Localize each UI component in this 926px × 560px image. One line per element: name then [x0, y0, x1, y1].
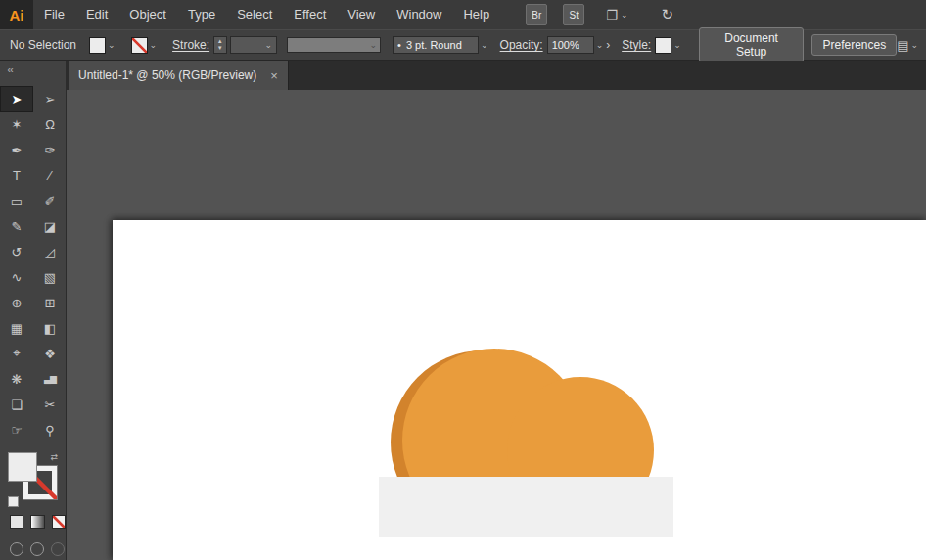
stepper-up-icon: ▲ — [217, 38, 223, 45]
fill-swatch-icon — [89, 37, 106, 54]
stroke-weight-dropdown[interactable]: ⌄ — [230, 36, 277, 54]
default-fill-stroke-icon[interactable] — [8, 496, 19, 507]
stroke-color-dropdown[interactable]: ⌄ — [131, 37, 158, 54]
zoom-tool-icon[interactable]: ⚲ — [33, 417, 67, 443]
selection-tool-icon[interactable]: ➤ — [0, 86, 33, 112]
slice-tool-icon[interactable]: ✂ — [33, 392, 67, 417]
opacity-dropdown[interactable]: 100% ⌄ — [547, 36, 604, 54]
chevron-down-icon: ⌄ — [370, 41, 378, 50]
control-panel-menu[interactable]: ▤ ⌄ — [897, 38, 918, 53]
scale-tool-icon[interactable]: ◿ — [33, 239, 67, 264]
pasteboard[interactable] — [67, 90, 926, 560]
document-tab-strip: Untitled-1* @ 50% (RGB/Preview) × — [67, 61, 926, 90]
artboard[interactable] — [113, 220, 926, 560]
menu-effect[interactable]: Effect — [283, 0, 337, 29]
preferences-button[interactable]: Preferences — [811, 34, 897, 56]
pen-tool-icon[interactable]: ✒ — [0, 137, 33, 163]
stroke-panel-link[interactable]: Stroke: — [172, 38, 209, 52]
paint-style-buttons — [10, 515, 66, 529]
menu-select[interactable]: Select — [226, 0, 283, 29]
paintbrush-tool-icon[interactable]: ✐ — [33, 188, 67, 213]
stroke-none-swatch-icon — [131, 37, 148, 54]
bridge-button[interactable]: Br — [526, 4, 547, 25]
stock-button[interactable]: St — [563, 4, 584, 25]
direct-selection-tool-icon[interactable]: ➢ — [33, 86, 67, 112]
menu-object[interactable]: Object — [118, 0, 177, 29]
panel-stack-icon: ▤ — [897, 38, 908, 53]
artboard-tool-icon[interactable]: ❏ — [0, 392, 33, 417]
symbol-sprayer-tool-icon[interactable]: ❋ — [0, 366, 33, 392]
fill-color-well[interactable] — [8, 452, 37, 482]
color-button[interactable] — [10, 515, 23, 529]
hand-tool-icon[interactable]: ☞ — [0, 417, 33, 443]
stepper-down-icon: ▼ — [217, 45, 223, 52]
chevron-down-icon: ⌄ — [150, 41, 158, 50]
rectangle-tool-icon[interactable]: ▭ — [0, 188, 33, 213]
panel-launch-arrow-icon[interactable]: › — [606, 38, 610, 52]
tool-grid: ➤ ➢ ✶ Ω ✒ ✑ T ∕ ▭ ✐ ✎ ◪ ↺ ◿ ∿ ▧ ⊕ ⊞ ▦ ◧ … — [0, 86, 66, 443]
shape-builder-tool-icon[interactable]: ⊕ — [0, 290, 33, 315]
tools-panel: « ➤ ➢ ✶ Ω ✒ ✑ T ∕ ▭ ✐ ✎ ◪ ↺ ◿ ∿ ▧ ⊕ ⊞ ▦ … — [0, 61, 67, 560]
document-tab[interactable]: Untitled-1* @ 50% (RGB/Preview) × — [69, 61, 289, 90]
selection-status: No Selection — [10, 38, 79, 52]
close-tab-icon[interactable]: × — [270, 69, 278, 83]
curvature-tool-icon[interactable]: ✑ — [33, 137, 67, 163]
draw-normal-icon[interactable] — [10, 542, 23, 556]
fill-color-dropdown[interactable]: ⌄ — [89, 37, 116, 54]
rotate-tool-icon[interactable]: ↺ — [0, 239, 33, 264]
workspace-switcher[interactable]: ❐ ⌄ — [606, 8, 627, 23]
type-tool-icon[interactable]: T — [0, 163, 33, 188]
gradient-tool-icon[interactable]: ◧ — [33, 315, 67, 341]
none-button[interactable] — [52, 515, 66, 529]
opacity-value: 100% — [547, 36, 594, 54]
width-profile-dropdown[interactable]: ⌄ — [287, 37, 381, 53]
width-tool-icon[interactable]: ∿ — [0, 264, 33, 290]
overlay-rectangle-shape[interactable] — [379, 477, 673, 537]
brush-bullet-icon: • — [397, 39, 401, 51]
screen-mode-icon[interactable] — [51, 542, 65, 556]
chevron-down-icon: ⌄ — [596, 41, 604, 50]
perspective-grid-tool-icon[interactable]: ⊞ — [33, 290, 67, 315]
chevron-down-icon: ⌄ — [264, 41, 272, 50]
document-setup-button[interactable]: Document Setup — [699, 27, 805, 63]
swap-fill-stroke-icon[interactable]: ⇄ — [50, 452, 58, 462]
menu-window[interactable]: Window — [386, 0, 452, 29]
opacity-panel-link[interactable]: Opacity: — [500, 38, 543, 52]
line-segment-tool-icon[interactable]: ∕ — [33, 163, 67, 188]
mesh-tool-icon[interactable]: ▦ — [0, 315, 33, 341]
column-graph-tool-icon[interactable]: ▃▆ — [33, 366, 67, 392]
chevron-down-icon: ⌄ — [910, 41, 918, 50]
style-panel-link[interactable]: Style: — [622, 38, 651, 52]
magic-wand-tool-icon[interactable]: ✶ — [0, 112, 33, 137]
chevron-down-icon: ⌄ — [673, 41, 681, 50]
collapse-panel-icon[interactable]: « — [0, 61, 66, 80]
brush-definition-value: 3 pt. Round — [406, 39, 462, 51]
control-bar: No Selection ⌄ ⌄ Stroke: ▲ ▼ ⌄ ⌄ • 3 pt.… — [0, 29, 926, 61]
eraser-tool-icon[interactable]: ◪ — [33, 213, 67, 239]
brush-definition-dropdown[interactable]: • 3 pt. Round ⌄ — [393, 36, 488, 54]
chevron-down-icon: ⌄ — [481, 41, 488, 50]
drawing-mode-buttons — [10, 542, 66, 556]
style-dropdown[interactable]: ⌄ — [655, 37, 681, 54]
stroke-weight-stepper[interactable]: ▲ ▼ — [213, 36, 227, 54]
lasso-tool-icon[interactable]: Ω — [33, 112, 67, 137]
illustrator-logo: Ai — [0, 0, 33, 29]
workspace-icon: ❐ — [606, 8, 618, 23]
menu-edit[interactable]: Edit — [75, 0, 118, 29]
menu-type[interactable]: Type — [177, 0, 226, 29]
draw-behind-icon[interactable] — [30, 542, 44, 556]
menu-file[interactable]: File — [33, 0, 75, 29]
blend-tool-icon[interactable]: ❖ — [33, 341, 67, 366]
menu-view[interactable]: View — [337, 0, 386, 29]
menu-bar: Ai File Edit Object Type Select Effect V… — [0, 0, 926, 29]
fill-stroke-indicator: ⇄ — [8, 452, 60, 501]
eyedropper-tool-icon[interactable]: ⌖ — [0, 341, 33, 366]
chevron-down-icon: ⌄ — [108, 41, 116, 50]
gpu-performance-icon[interactable]: ↻ — [661, 6, 673, 23]
free-transform-tool-icon[interactable]: ▧ — [33, 264, 67, 290]
pencil-tool-icon[interactable]: ✎ — [0, 213, 33, 239]
gradient-button[interactable] — [30, 515, 44, 529]
document-tab-title: Untitled-1* @ 50% (RGB/Preview) — [78, 69, 256, 82]
style-swatch-icon — [655, 37, 671, 54]
menu-help[interactable]: Help — [452, 0, 500, 29]
